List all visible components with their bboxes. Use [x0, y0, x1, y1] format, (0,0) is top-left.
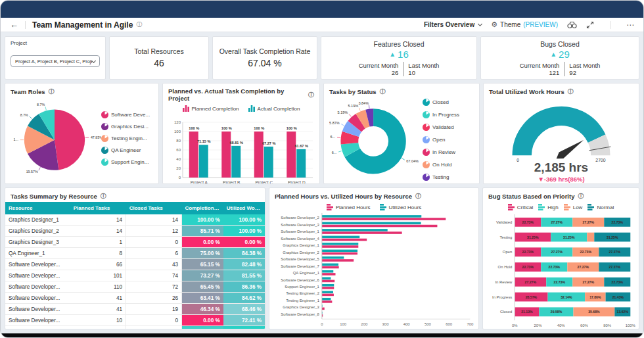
y-category-label: Graphics Designer_1	[283, 243, 319, 247]
bug-status-chart[interactable]: Validated22.73%27.27%27.27%22.73%Testing…	[484, 212, 636, 327]
table-row[interactable]: Graphics Designer_3100.00 %0.00 %	[5, 237, 265, 248]
legend-item[interactable]: Low	[564, 204, 583, 210]
legend-item[interactable]: Actual Completion	[248, 105, 300, 112]
table-header-cell[interactable]: Utilized Work Hou...	[223, 202, 265, 214]
utilized-bar[interactable]	[322, 229, 388, 231]
info-icon[interactable]: ⓘ	[578, 192, 584, 201]
segment-label: 31.25%	[527, 235, 539, 239]
team-roles-pie-chart[interactable]: 47.83%19.57%1...8.7%8.7%	[8, 97, 101, 179]
theme-button[interactable]: ⚙ Theme (PREVIEW)	[491, 20, 558, 29]
planned-bar[interactable]	[322, 308, 325, 310]
title-info-icon[interactable]: ⓘ	[136, 20, 142, 29]
legend-item[interactable]: Planned Hours	[327, 204, 371, 210]
table-row[interactable]: Software Developer...1000.00 %72.41 %	[5, 315, 265, 326]
utilized-bar[interactable]	[322, 256, 344, 259]
planned-bar[interactable]	[322, 273, 336, 276]
table-row[interactable]: Software Developer...411946.34 %68.46 %	[5, 304, 265, 315]
tasks-by-status-donut-chart[interactable]: 67.04%6...6...5.87%5.19%5.19%3.84%	[327, 97, 423, 181]
actual-bar[interactable]	[199, 145, 208, 178]
utilized-bar[interactable]	[322, 222, 421, 225]
table-row[interactable]: Graphics Designer_11414100.00 %100.00 %	[5, 214, 265, 226]
legend-item[interactable]: On Hold	[423, 161, 459, 168]
info-icon[interactable]: ⓘ	[568, 87, 574, 96]
legend-item[interactable]: Critical	[508, 204, 533, 210]
legend-item[interactable]: In Review	[423, 149, 459, 156]
legend-item[interactable]: Support Engin...	[101, 158, 150, 166]
pie-slice[interactable]	[55, 110, 85, 170]
info-icon[interactable]: ⓘ	[308, 91, 314, 99]
legend-item[interactable]: High	[538, 204, 558, 210]
table-row[interactable]: Software Developer...161593.75 %100.00 %	[5, 326, 265, 330]
planned-bar[interactable]	[322, 225, 438, 228]
table-row[interactable]: Graphics Designer_2141285.71 %100.00 %	[5, 226, 265, 237]
legend-item[interactable]: Testing Engin...	[101, 135, 150, 142]
planned-bar[interactable]	[322, 301, 332, 303]
legend-item[interactable]: Validated	[423, 124, 459, 131]
planned-bar[interactable]	[322, 253, 357, 255]
planned-bar[interactable]	[322, 218, 446, 220]
legend-item[interactable]: Open	[423, 136, 459, 143]
filters-overview-button[interactable]: Filters Overview	[424, 21, 482, 28]
legend-item[interactable]: Software Deve...	[101, 111, 150, 118]
planned-vs-actual-chart[interactable]: 020406080100120100 %71.15 %Project A100 …	[165, 112, 317, 184]
info-icon[interactable]: ⓘ	[380, 87, 386, 96]
table-header-cell[interactable]: Resource	[5, 202, 70, 214]
planned-bar[interactable]	[322, 239, 367, 241]
legend-item[interactable]: Testing	[423, 174, 459, 181]
planned-bar[interactable]	[254, 132, 264, 178]
planned-bar[interactable]	[322, 266, 339, 269]
table-row[interactable]: Software Developer...1107265.45 %86.36 %	[5, 281, 265, 293]
legend-item[interactable]: Normal	[587, 204, 614, 210]
utilized-bar[interactable]	[322, 250, 357, 253]
planned-bar[interactable]	[322, 259, 354, 262]
stack-segment[interactable]	[587, 233, 594, 242]
table-row[interactable]: QA Engineer_18675.00 %84.38 %	[5, 248, 265, 259]
planned-bar[interactable]	[322, 231, 402, 234]
utilized-bar[interactable]	[322, 270, 333, 273]
legend-item[interactable]: In Progress	[423, 111, 459, 118]
info-icon[interactable]: ⓘ	[49, 87, 55, 96]
info-icon[interactable]: ⓘ	[415, 192, 421, 201]
planned-bar[interactable]	[322, 245, 358, 248]
utilized-hours-gauge[interactable]: 02700	[492, 97, 631, 163]
planned-bar[interactable]	[322, 280, 334, 283]
bugs-delta-value: 29	[559, 49, 570, 60]
table-header-cell[interactable]: Planned Tasks	[70, 202, 126, 214]
preview-binoculars-icon[interactable]	[567, 21, 577, 28]
legend-item[interactable]: Utilized Hours	[380, 204, 422, 210]
utilized-bar[interactable]	[322, 264, 338, 266]
planned-bar[interactable]	[322, 294, 334, 297]
total-resources-card: Total Resources 46	[109, 36, 209, 80]
utilized-bar[interactable]	[322, 284, 334, 287]
resource-cell: Graphics Designer_2	[5, 226, 70, 237]
fullscreen-icon[interactable]	[586, 21, 594, 29]
planned-bar[interactable]	[221, 132, 231, 178]
legend-item[interactable]: Closed	[423, 99, 459, 106]
legend-item[interactable]: Graphics Desi...	[101, 123, 150, 130]
legend-item[interactable]: Planned Completion	[183, 105, 239, 112]
table-row[interactable]: Software Developer...1017473.27 %81.55 %	[5, 270, 265, 281]
planned-bar[interactable]	[189, 132, 198, 178]
table-header-cell[interactable]: Completion Perce...	[182, 202, 223, 214]
utilized-bar[interactable]	[322, 291, 333, 293]
more-menu-icon[interactable]: ⋯	[626, 20, 634, 30]
actual-bar[interactable]	[296, 149, 306, 178]
planned-vs-utilized-chart[interactable]: Software Developer_2Software Developer_3…	[271, 212, 477, 329]
info-icon[interactable]: ⓘ	[101, 192, 106, 201]
table-header-cell[interactable]: Closed Tasks	[126, 202, 182, 214]
back-icon[interactable]: ←	[10, 20, 18, 30]
utilized-bar[interactable]	[322, 298, 331, 301]
planned-bar[interactable]	[287, 132, 296, 178]
legend-item[interactable]: QA Engineer	[101, 147, 150, 154]
project-dropdown[interactable]: Project A, Project B, Project C, Project…	[11, 55, 100, 67]
team-roles-title: Team Roles	[11, 88, 45, 95]
table-row[interactable]: Software Developer...664365.15 %82.48 %	[5, 259, 265, 270]
utilized-bar[interactable]	[322, 277, 331, 279]
utilized-bar[interactable]	[322, 215, 421, 218]
actual-bar[interactable]	[231, 146, 241, 178]
table-row[interactable]: Software Developer...412663.41 %84.62 %	[5, 293, 265, 304]
utilized-bar[interactable]	[322, 243, 358, 245]
actual-bar[interactable]	[264, 147, 273, 178]
utilized-bar[interactable]	[322, 236, 359, 239]
planned-bar[interactable]	[322, 287, 334, 289]
